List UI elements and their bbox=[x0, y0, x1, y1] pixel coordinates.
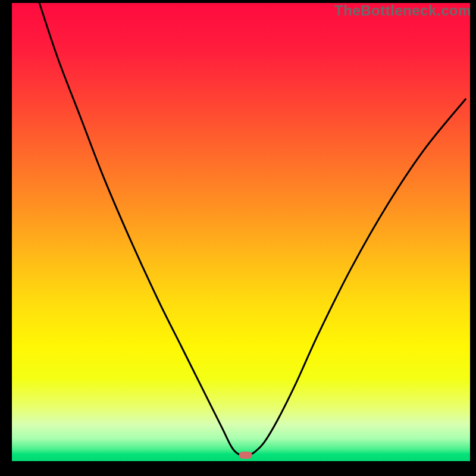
plot-background bbox=[12, 3, 470, 461]
optimum-marker bbox=[239, 452, 252, 459]
watermark-text: TheBottleneck.com bbox=[334, 2, 471, 19]
chart-svg bbox=[0, 0, 476, 476]
bottleneck-chart: TheBottleneck.com bbox=[0, 0, 476, 476]
